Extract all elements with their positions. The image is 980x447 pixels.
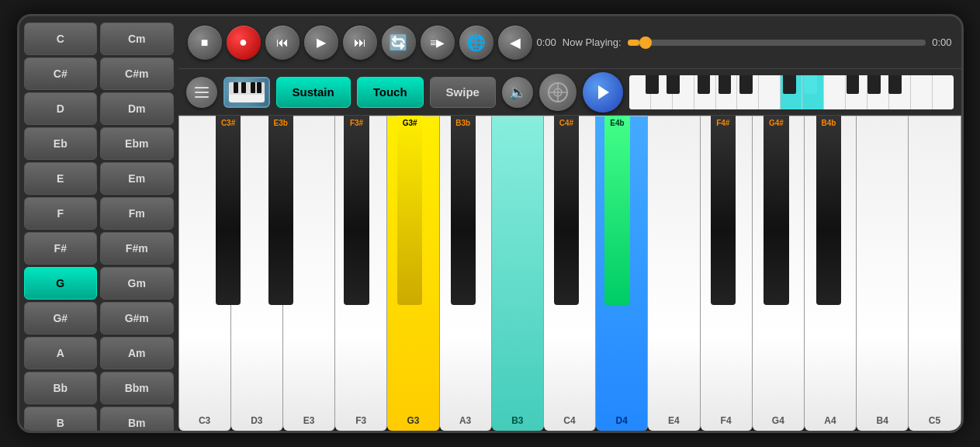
svg-rect-2: [234, 82, 238, 93]
rewind-button[interactable]: ⏮: [265, 26, 300, 60]
playlist-icon: ≡▶: [430, 36, 445, 49]
chord-btn-Cm[interactable]: Cm: [100, 23, 174, 55]
chord-row-Cs: C# C#m: [24, 57, 174, 90]
play-button[interactable]: ▶: [304, 26, 338, 60]
controls-bar: Sustain Touch Swipe 🔈: [178, 69, 961, 116]
rewind-icon: ⏮: [276, 36, 289, 50]
progress-fill: [628, 40, 639, 46]
mini-wk-13: [889, 75, 911, 109]
chord-btn-D[interactable]: D: [24, 92, 98, 125]
chord-btn-Bm[interactable]: Bm: [100, 407, 174, 433]
chord-btn-Gsm[interactable]: G#m: [100, 302, 174, 334]
chord-row-D: D Dm: [24, 92, 174, 125]
white-key-E3-label: E3: [303, 415, 315, 426]
svg-rect-5: [257, 82, 261, 93]
back-icon: ◀: [510, 34, 521, 51]
menu-line-2: [195, 92, 209, 93]
menu-button[interactable]: [186, 77, 217, 108]
globe-icon: 🌐: [466, 33, 486, 52]
globe-button[interactable]: 🌐: [459, 26, 493, 60]
swipe-button[interactable]: Swipe: [430, 77, 496, 108]
white-key-A4[interactable]: A4: [805, 116, 857, 431]
playlist-button[interactable]: ≡▶: [421, 26, 455, 60]
chord-btn-Cs[interactable]: C#: [24, 57, 98, 90]
progress-thumb[interactable]: [639, 36, 652, 49]
app-container: C Cm C# C#m D Dm Eb Ebm E Em F Fm F# F#m…: [17, 14, 964, 433]
svg-marker-10: [598, 85, 609, 99]
white-key-F3-label: F3: [355, 415, 366, 426]
settings-globe-button[interactable]: [539, 74, 577, 111]
chord-btn-Fsm[interactable]: F#m: [100, 232, 174, 265]
white-key-G3[interactable]: G3: [387, 116, 439, 431]
white-key-D4[interactable]: D4: [596, 116, 648, 431]
white-key-G4[interactable]: G4: [753, 116, 805, 431]
chord-btn-Bb[interactable]: Bb: [24, 372, 98, 404]
white-key-G4-label: G4: [772, 415, 784, 426]
white-key-C5-label: C5: [929, 415, 940, 426]
chord-btn-Am[interactable]: Am: [100, 337, 174, 369]
white-key-A3[interactable]: A3: [440, 116, 492, 431]
progress-section: 0:00 Now Playing: 0:00: [537, 36, 952, 48]
white-key-A3-label: A3: [459, 415, 471, 426]
chord-btn-G[interactable]: G: [24, 267, 98, 300]
chord-btn-B[interactable]: B: [24, 407, 98, 433]
chord-btn-Em[interactable]: Em: [100, 162, 174, 195]
chord-btn-Dm[interactable]: Dm: [100, 92, 174, 125]
volume-icon: 🔈: [509, 84, 526, 101]
white-key-B4-label: B4: [877, 415, 888, 426]
chord-row-A: A Am: [24, 337, 174, 369]
stop-button[interactable]: ■: [188, 26, 222, 60]
chord-btn-Gs[interactable]: G#: [24, 302, 98, 334]
piano-icon-svg: [227, 81, 266, 104]
white-key-D4-label: D4: [616, 415, 628, 426]
chord-btn-Gm[interactable]: Gm: [100, 267, 174, 300]
white-key-B4[interactable]: B4: [857, 116, 909, 431]
stop-icon: ■: [201, 36, 209, 50]
white-key-F4[interactable]: F4: [701, 116, 753, 431]
white-key-C5[interactable]: C5: [909, 116, 961, 431]
chord-btn-Fm[interactable]: Fm: [100, 197, 174, 230]
record-icon: ●: [239, 34, 248, 50]
white-key-E3[interactable]: E3: [283, 116, 335, 431]
progress-track[interactable]: [628, 40, 926, 46]
white-key-E4-label: E4: [668, 415, 680, 426]
chord-btn-Csm[interactable]: C#m: [100, 57, 174, 90]
white-keys: C3 D3 E3 F3 G3 A3 B3: [178, 116, 961, 431]
mini-wk-3: [673, 75, 694, 109]
mini-wk-15: [933, 75, 954, 109]
white-key-B3-label: B3: [511, 415, 523, 426]
piano-icon-button[interactable]: [223, 77, 270, 108]
touch-button[interactable]: Touch: [357, 77, 424, 108]
menu-line-3: [195, 96, 209, 98]
sustain-button[interactable]: Sustain: [276, 77, 351, 108]
playback-indicator-button[interactable]: [583, 72, 623, 113]
loop-button[interactable]: 🔄: [382, 26, 416, 60]
volume-button[interactable]: 🔈: [502, 77, 533, 108]
chord-btn-E[interactable]: E: [24, 162, 98, 195]
chord-btn-C[interactable]: C: [24, 23, 98, 55]
white-key-C3[interactable]: C3: [178, 116, 231, 431]
mini-wk-8-lit: [781, 75, 802, 109]
white-key-C4[interactable]: C4: [544, 116, 596, 431]
white-key-F4-label: F4: [721, 415, 732, 426]
chord-btn-Eb[interactable]: Eb: [24, 127, 98, 160]
chord-btn-Fs[interactable]: F#: [24, 232, 98, 265]
mini-white-keys: [629, 75, 954, 109]
svg-rect-3: [241, 82, 246, 93]
fast-forward-button[interactable]: ⏭: [343, 26, 377, 60]
white-key-F3[interactable]: F3: [335, 116, 387, 431]
playback-arrow-icon: [592, 81, 614, 103]
white-key-B3[interactable]: B3: [492, 116, 544, 431]
mini-wk-11: [846, 75, 867, 109]
back-button[interactable]: ◀: [498, 26, 532, 60]
chord-btn-F[interactable]: F: [24, 197, 98, 230]
mini-wk-1: [629, 75, 651, 109]
white-key-E4[interactable]: E4: [648, 116, 700, 431]
white-key-D3[interactable]: D3: [231, 116, 283, 431]
chord-row-F: F Fm: [24, 197, 174, 230]
chord-btn-Ebm[interactable]: Ebm: [100, 127, 174, 160]
record-button[interactable]: ●: [227, 26, 261, 60]
chord-btn-A[interactable]: A: [24, 337, 98, 369]
chord-btn-Bbm[interactable]: Bbm: [100, 372, 174, 404]
white-key-D3-label: D3: [251, 415, 262, 426]
